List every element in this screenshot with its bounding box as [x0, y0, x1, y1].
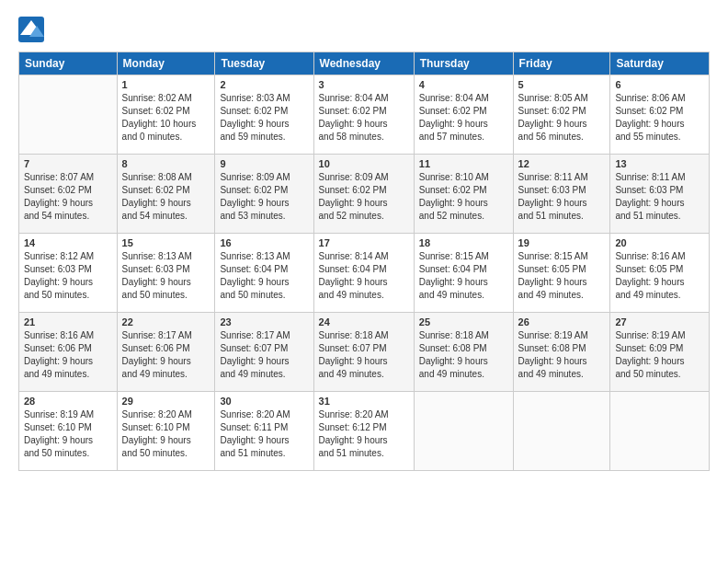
calendar-cell: 27Sunrise: 8:19 AM Sunset: 6:09 PM Dayli…: [610, 313, 710, 392]
calendar-cell: 30Sunrise: 8:20 AM Sunset: 6:11 PM Dayli…: [215, 392, 313, 471]
day-info: Sunrise: 8:13 AM Sunset: 6:03 PM Dayligh…: [122, 250, 210, 302]
day-info: Sunrise: 8:19 AM Sunset: 6:09 PM Dayligh…: [615, 329, 704, 381]
day-number: 23: [220, 316, 308, 327]
weekday-header-saturday: Saturday: [610, 52, 710, 75]
day-info: Sunrise: 8:07 AM Sunset: 6:02 PM Dayligh…: [24, 171, 112, 223]
day-number: 13: [615, 158, 704, 169]
day-info: Sunrise: 8:11 AM Sunset: 6:03 PM Dayligh…: [518, 171, 606, 223]
day-number: 19: [518, 237, 606, 248]
weekday-header-friday: Friday: [513, 52, 610, 75]
calendar-cell: [610, 392, 710, 471]
calendar-cell: 29Sunrise: 8:20 AM Sunset: 6:10 PM Dayli…: [117, 392, 215, 471]
day-number: 22: [122, 316, 210, 327]
day-info: Sunrise: 8:20 AM Sunset: 6:11 PM Dayligh…: [220, 408, 308, 460]
calendar-cell: [513, 392, 610, 471]
day-number: 24: [319, 316, 409, 327]
calendar-cell: 4Sunrise: 8:04 AM Sunset: 6:02 PM Daylig…: [414, 75, 513, 155]
week-row-1: 1Sunrise: 8:02 AM Sunset: 6:02 PM Daylig…: [19, 75, 710, 155]
page-header: [18, 17, 710, 42]
day-info: Sunrise: 8:17 AM Sunset: 6:07 PM Dayligh…: [220, 329, 308, 381]
week-row-2: 7Sunrise: 8:07 AM Sunset: 6:02 PM Daylig…: [19, 155, 710, 234]
day-number: 27: [615, 316, 704, 327]
day-info: Sunrise: 8:10 AM Sunset: 6:02 PM Dayligh…: [419, 171, 508, 223]
day-info: Sunrise: 8:03 AM Sunset: 6:02 PM Dayligh…: [220, 92, 308, 144]
calendar-cell: 5Sunrise: 8:05 AM Sunset: 6:02 PM Daylig…: [513, 75, 610, 155]
day-number: 21: [24, 316, 112, 327]
day-number: 1: [122, 79, 210, 90]
day-number: 8: [122, 158, 210, 169]
day-info: Sunrise: 8:14 AM Sunset: 6:04 PM Dayligh…: [319, 250, 409, 302]
calendar-cell: 10Sunrise: 8:09 AM Sunset: 6:02 PM Dayli…: [313, 155, 414, 234]
logo: [18, 17, 48, 42]
day-number: 29: [122, 396, 210, 407]
week-row-5: 28Sunrise: 8:19 AM Sunset: 6:10 PM Dayli…: [19, 392, 710, 471]
day-number: 20: [615, 237, 704, 248]
day-info: Sunrise: 8:20 AM Sunset: 6:12 PM Dayligh…: [319, 408, 409, 460]
day-info: Sunrise: 8:19 AM Sunset: 6:08 PM Dayligh…: [518, 329, 606, 381]
day-info: Sunrise: 8:13 AM Sunset: 6:04 PM Dayligh…: [220, 250, 308, 302]
day-number: 9: [220, 158, 308, 169]
day-number: 10: [319, 158, 409, 169]
calendar-table: SundayMondayTuesdayWednesdayThursdayFrid…: [18, 52, 710, 471]
weekday-header-monday: Monday: [117, 52, 215, 75]
day-info: Sunrise: 8:11 AM Sunset: 6:03 PM Dayligh…: [615, 171, 704, 223]
day-info: Sunrise: 8:06 AM Sunset: 6:02 PM Dayligh…: [615, 92, 704, 144]
day-number: 3: [319, 79, 409, 90]
calendar-cell: 13Sunrise: 8:11 AM Sunset: 6:03 PM Dayli…: [610, 155, 710, 234]
calendar-cell: 11Sunrise: 8:10 AM Sunset: 6:02 PM Dayli…: [414, 155, 513, 234]
day-number: 28: [24, 396, 112, 407]
calendar-cell: 9Sunrise: 8:09 AM Sunset: 6:02 PM Daylig…: [215, 155, 313, 234]
week-row-3: 14Sunrise: 8:12 AM Sunset: 6:03 PM Dayli…: [19, 234, 710, 313]
logo-icon: [18, 17, 44, 42]
day-number: 12: [518, 158, 606, 169]
calendar-cell: 1Sunrise: 8:02 AM Sunset: 6:02 PM Daylig…: [117, 75, 215, 155]
day-info: Sunrise: 8:04 AM Sunset: 6:02 PM Dayligh…: [419, 92, 508, 144]
day-number: 2: [220, 79, 308, 90]
calendar-cell: 23Sunrise: 8:17 AM Sunset: 6:07 PM Dayli…: [215, 313, 313, 392]
day-info: Sunrise: 8:05 AM Sunset: 6:02 PM Dayligh…: [518, 92, 606, 144]
day-info: Sunrise: 8:15 AM Sunset: 6:04 PM Dayligh…: [419, 250, 508, 302]
calendar-page: SundayMondayTuesdayWednesdayThursdayFrid…: [0, 0, 728, 563]
day-number: 30: [220, 396, 308, 407]
day-info: Sunrise: 8:16 AM Sunset: 6:06 PM Dayligh…: [24, 329, 112, 381]
calendar-cell: 28Sunrise: 8:19 AM Sunset: 6:10 PM Dayli…: [19, 392, 118, 471]
calendar-cell: [414, 392, 513, 471]
calendar-cell: 12Sunrise: 8:11 AM Sunset: 6:03 PM Dayli…: [513, 155, 610, 234]
day-info: Sunrise: 8:02 AM Sunset: 6:02 PM Dayligh…: [122, 92, 210, 144]
day-number: 4: [419, 79, 508, 90]
day-number: 18: [419, 237, 508, 248]
calendar-cell: 14Sunrise: 8:12 AM Sunset: 6:03 PM Dayli…: [19, 234, 118, 313]
day-number: 5: [518, 79, 606, 90]
day-number: 16: [220, 237, 308, 248]
calendar-cell: 24Sunrise: 8:18 AM Sunset: 6:07 PM Dayli…: [313, 313, 414, 392]
weekday-header-thursday: Thursday: [414, 52, 513, 75]
day-info: Sunrise: 8:09 AM Sunset: 6:02 PM Dayligh…: [319, 171, 409, 223]
weekday-header-wednesday: Wednesday: [313, 52, 414, 75]
calendar-cell: 18Sunrise: 8:15 AM Sunset: 6:04 PM Dayli…: [414, 234, 513, 313]
weekday-header-sunday: Sunday: [19, 52, 118, 75]
day-info: Sunrise: 8:08 AM Sunset: 6:02 PM Dayligh…: [122, 171, 210, 223]
calendar-cell: 7Sunrise: 8:07 AM Sunset: 6:02 PM Daylig…: [19, 155, 118, 234]
day-info: Sunrise: 8:18 AM Sunset: 6:07 PM Dayligh…: [319, 329, 409, 381]
day-number: 26: [518, 316, 606, 327]
calendar-cell: 22Sunrise: 8:17 AM Sunset: 6:06 PM Dayli…: [117, 313, 215, 392]
day-info: Sunrise: 8:17 AM Sunset: 6:06 PM Dayligh…: [122, 329, 210, 381]
calendar-cell: 26Sunrise: 8:19 AM Sunset: 6:08 PM Dayli…: [513, 313, 610, 392]
calendar-cell: 2Sunrise: 8:03 AM Sunset: 6:02 PM Daylig…: [215, 75, 313, 155]
calendar-cell: 21Sunrise: 8:16 AM Sunset: 6:06 PM Dayli…: [19, 313, 118, 392]
day-info: Sunrise: 8:12 AM Sunset: 6:03 PM Dayligh…: [24, 250, 112, 302]
calendar-cell: 16Sunrise: 8:13 AM Sunset: 6:04 PM Dayli…: [215, 234, 313, 313]
day-number: 17: [319, 237, 409, 248]
weekday-header-row: SundayMondayTuesdayWednesdayThursdayFrid…: [19, 52, 710, 75]
day-number: 6: [615, 79, 704, 90]
day-info: Sunrise: 8:09 AM Sunset: 6:02 PM Dayligh…: [220, 171, 308, 223]
day-number: 31: [319, 396, 409, 407]
day-number: 14: [24, 237, 112, 248]
calendar-cell: 20Sunrise: 8:16 AM Sunset: 6:05 PM Dayli…: [610, 234, 710, 313]
day-number: 15: [122, 237, 210, 248]
calendar-cell: 25Sunrise: 8:18 AM Sunset: 6:08 PM Dayli…: [414, 313, 513, 392]
day-info: Sunrise: 8:04 AM Sunset: 6:02 PM Dayligh…: [319, 92, 409, 144]
day-info: Sunrise: 8:16 AM Sunset: 6:05 PM Dayligh…: [615, 250, 704, 302]
day-info: Sunrise: 8:15 AM Sunset: 6:05 PM Dayligh…: [518, 250, 606, 302]
day-info: Sunrise: 8:18 AM Sunset: 6:08 PM Dayligh…: [419, 329, 508, 381]
